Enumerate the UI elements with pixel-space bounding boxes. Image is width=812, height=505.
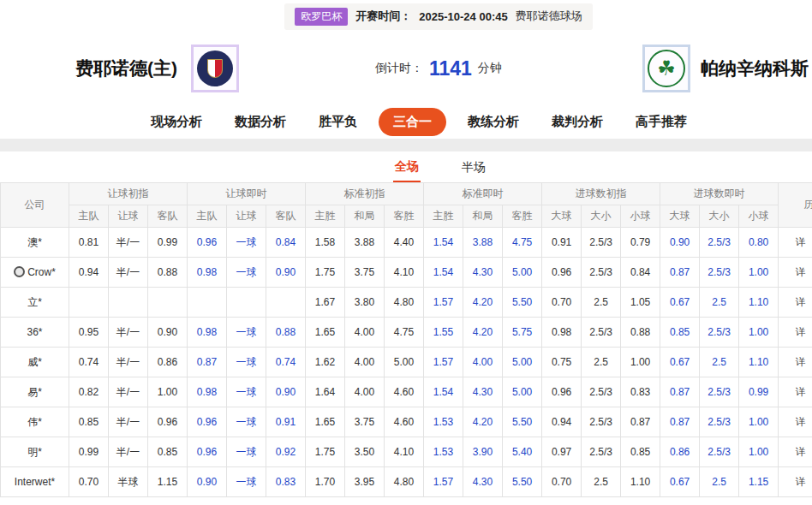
detail-link[interactable]: 详 xyxy=(796,446,806,458)
col-header: 大小 xyxy=(700,205,739,228)
odds-value: 0.84 xyxy=(621,258,660,288)
odds-value: 0.86 xyxy=(148,348,188,377)
detail-link[interactable]: 详 xyxy=(796,416,806,428)
col-header: 和局 xyxy=(345,205,385,228)
odds-value: 0.85 xyxy=(660,318,700,348)
odds-value: 1.64 xyxy=(306,377,345,407)
countdown: 倒计时： 1141 分钟 xyxy=(375,57,502,80)
odds-value: 0.95 xyxy=(69,318,109,348)
odds-value: 5.00 xyxy=(503,258,542,288)
tab-three-in-one[interactable]: 三合一 xyxy=(379,108,446,136)
odds-value: 0.91 xyxy=(266,407,306,437)
bookmaker-name: 澳* xyxy=(1,228,69,258)
odds-value: 0.83 xyxy=(621,377,660,407)
odds-value: 1.55 xyxy=(424,318,463,348)
row-actions: 详统 xyxy=(779,467,812,497)
odds-value: 1.53 xyxy=(424,407,463,437)
away-team-name: 帕纳辛纳科斯 xyxy=(701,56,809,80)
odds-value: 0.99 xyxy=(148,228,188,258)
odds-value: 2.5/3 xyxy=(700,377,739,407)
odds-value: 2.5/3 xyxy=(700,407,739,437)
col-header: 主胜 xyxy=(306,205,345,228)
odds-value: 5.50 xyxy=(503,288,542,318)
detail-link[interactable]: 详 xyxy=(796,326,806,338)
tab-data-analysis[interactable]: 数据分析 xyxy=(224,109,297,135)
odds-value xyxy=(188,288,227,318)
odds-value: 0.85 xyxy=(69,407,109,437)
subtab-half-time[interactable]: 半场 xyxy=(460,153,487,181)
odds-value: 1.10 xyxy=(739,348,779,377)
odds-value: 1.00 xyxy=(739,407,779,437)
detail-link[interactable]: 详 xyxy=(796,236,806,248)
col-header: 和局 xyxy=(463,205,503,228)
bookmaker-name: 明* xyxy=(1,437,69,467)
odds-value: 0.92 xyxy=(266,437,306,467)
odds-value: 3.90 xyxy=(463,437,503,467)
section-divider xyxy=(0,139,812,152)
odds-value: 2.5/3 xyxy=(582,318,621,348)
detail-link[interactable]: 详 xyxy=(796,266,806,278)
odds-value: 1.57 xyxy=(424,348,463,377)
odds-value: 4.75 xyxy=(385,318,424,348)
group-header-goals-initial: 进球数初指 xyxy=(542,183,660,205)
odds-table-body: 澳*0.81半/一0.990.96一球0.841.583.884.401.543… xyxy=(1,228,812,497)
odds-value: 3.88 xyxy=(345,228,385,258)
odds-value: 1.00 xyxy=(739,258,779,288)
detail-link[interactable]: 详 xyxy=(796,296,806,308)
odds-value: 0.86 xyxy=(660,437,700,467)
odds-value: 1.54 xyxy=(424,228,463,258)
odds-value: 2.5 xyxy=(700,288,739,318)
match-info-group: 欧罗巴杯 开赛时间： 2025-10-24 00:45 费耶诺德球场 xyxy=(284,3,592,30)
tab-coach-analysis[interactable]: 教练分析 xyxy=(457,109,530,135)
odds-value: 1.58 xyxy=(306,228,345,258)
odds-value: 4.00 xyxy=(345,377,385,407)
table-row: Interwet*0.70半球1.150.90一球0.831.703.954.8… xyxy=(1,467,812,497)
away-team-block: ☘ 帕纳辛纳科斯 xyxy=(642,45,809,92)
company-header: 公司 xyxy=(1,183,69,228)
odds-value: 0.96 xyxy=(188,228,227,258)
countdown-value: 1141 xyxy=(429,57,472,80)
odds-value: 4.00 xyxy=(463,348,503,377)
odds-value: 4.10 xyxy=(385,437,424,467)
odds-value: 1.15 xyxy=(148,467,188,497)
detail-link[interactable]: 详 xyxy=(796,476,806,488)
table-row: 伟*0.85半/一0.960.96一球0.911.653.754.601.534… xyxy=(1,407,812,437)
odds-value: 0.87 xyxy=(660,258,700,288)
col-header: 小球 xyxy=(621,205,660,228)
subtab-full-time[interactable]: 全场 xyxy=(393,152,421,182)
odds-value: 0.99 xyxy=(69,437,109,467)
page: 欧罗巴杯 开赛时间： 2025-10-24 00:45 费耶诺德球场 费耶诺德(… xyxy=(0,0,812,497)
odds-value: 一球 xyxy=(227,467,266,497)
odds-value: 3.80 xyxy=(345,288,385,318)
odds-value: 0.99 xyxy=(739,377,779,407)
row-actions: 详统 xyxy=(779,377,812,407)
col-header: 小球 xyxy=(739,205,779,228)
odds-value: 4.80 xyxy=(385,288,424,318)
odds-value: 0.98 xyxy=(188,377,227,407)
odds-value: 1.10 xyxy=(739,288,779,318)
match-info-bar: 欧罗巴杯 开赛时间： 2025-10-24 00:45 费耶诺德球场 xyxy=(0,0,812,33)
odds-value: 1.57 xyxy=(424,467,463,497)
detail-link[interactable]: 详 xyxy=(796,386,806,398)
odds-value: 4.80 xyxy=(385,467,424,497)
odds-value: 0.79 xyxy=(621,228,660,258)
odds-value: 0.96 xyxy=(188,407,227,437)
detail-link[interactable]: 详 xyxy=(796,356,806,368)
odds-value: 0.75 xyxy=(542,348,582,377)
start-time-label: 开赛时间： xyxy=(355,9,411,24)
col-header: 大小 xyxy=(582,205,621,228)
odds-value: 5.40 xyxy=(503,437,542,467)
odds-value: 3.75 xyxy=(345,407,385,437)
tab-win-draw-loss[interactable]: 胜平负 xyxy=(307,109,368,135)
odds-value: 1.70 xyxy=(306,467,345,497)
table-row: 36*0.95半/一0.900.98一球0.881.654.004.751.55… xyxy=(1,318,812,348)
odds-value: 一球 xyxy=(227,437,266,467)
tab-referee-analysis[interactable]: 裁判分析 xyxy=(540,109,614,135)
odds-value: 0.85 xyxy=(621,437,660,467)
shamrock-icon: ☘ xyxy=(648,50,685,87)
odds-value: 1.65 xyxy=(306,407,345,437)
tab-live-analysis[interactable]: 现场分析 xyxy=(140,109,213,135)
tab-expert-picks[interactable]: 高手推荐 xyxy=(624,109,698,135)
group-header-standard-live: 标准即时 xyxy=(424,183,542,205)
odds-value: 4.20 xyxy=(463,288,503,318)
